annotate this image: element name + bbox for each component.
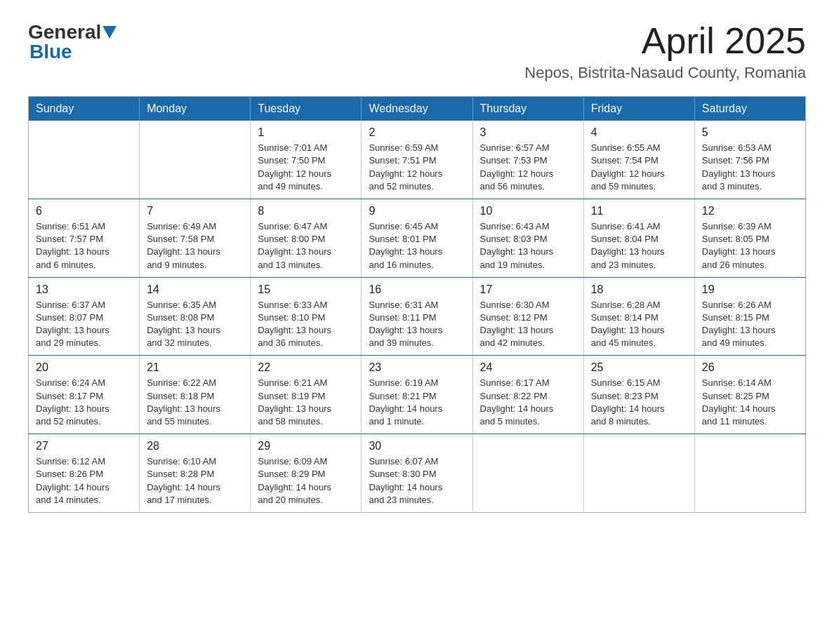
calendar-cell: 9Sunrise: 6:45 AM Sunset: 8:01 PM Daylig… — [362, 199, 472, 277]
day-number: 1 — [258, 126, 354, 139]
weekday-header-row: SundayMondayTuesdayWednesdayThursdayFrid… — [29, 97, 806, 121]
calendar-cell — [583, 434, 694, 513]
logo-blue-text: Blue — [28, 41, 72, 63]
day-number: 13 — [36, 283, 132, 296]
calendar-cell: 21Sunrise: 6:22 AM Sunset: 8:18 PM Dayli… — [140, 356, 251, 434]
day-info: Sunrise: 6:09 AM Sunset: 8:29 PM Dayligh… — [258, 455, 354, 507]
day-info: Sunrise: 6:37 AM Sunset: 8:07 PM Dayligh… — [36, 299, 132, 350]
day-number: 19 — [702, 283, 798, 296]
calendar-cell: 18Sunrise: 6:28 AM Sunset: 8:14 PM Dayli… — [583, 277, 694, 356]
calendar-week-row: 20Sunrise: 6:24 AM Sunset: 8:17 PM Dayli… — [29, 356, 806, 434]
calendar-cell: 29Sunrise: 6:09 AM Sunset: 8:29 PM Dayli… — [251, 434, 362, 513]
day-number: 9 — [369, 205, 465, 217]
day-info: Sunrise: 6:31 AM Sunset: 8:11 PM Dayligh… — [369, 299, 465, 350]
day-info: Sunrise: 6:24 AM Sunset: 8:17 PM Dayligh… — [36, 377, 132, 428]
weekday-header-wednesday: Wednesday — [362, 97, 472, 121]
day-info: Sunrise: 6:35 AM Sunset: 8:08 PM Dayligh… — [147, 299, 243, 350]
day-info: Sunrise: 6:47 AM Sunset: 8:00 PM Dayligh… — [258, 220, 354, 271]
day-info: Sunrise: 6:12 AM Sunset: 8:26 PM Dayligh… — [36, 455, 132, 507]
calendar-cell: 19Sunrise: 6:26 AM Sunset: 8:15 PM Dayli… — [694, 277, 805, 356]
day-number: 7 — [147, 205, 243, 217]
calendar-cell: 7Sunrise: 6:49 AM Sunset: 7:58 PM Daylig… — [140, 199, 251, 277]
day-info: Sunrise: 6:59 AM Sunset: 7:51 PM Dayligh… — [369, 142, 465, 193]
calendar-cell: 26Sunrise: 6:14 AM Sunset: 8:25 PM Dayli… — [694, 356, 805, 434]
day-info: Sunrise: 6:19 AM Sunset: 8:21 PM Dayligh… — [369, 377, 465, 428]
day-info: Sunrise: 6:28 AM Sunset: 8:14 PM Dayligh… — [591, 299, 687, 350]
calendar-cell: 2Sunrise: 6:59 AM Sunset: 7:51 PM Daylig… — [362, 121, 472, 199]
calendar-cell: 17Sunrise: 6:30 AM Sunset: 8:12 PM Dayli… — [472, 277, 583, 356]
weekday-header-monday: Monday — [140, 97, 251, 121]
day-info: Sunrise: 6:10 AM Sunset: 8:28 PM Dayligh… — [147, 455, 243, 507]
day-info: Sunrise: 6:07 AM Sunset: 8:30 PM Dayligh… — [369, 455, 465, 507]
day-info: Sunrise: 6:57 AM Sunset: 7:53 PM Dayligh… — [480, 142, 576, 193]
title-area: April 2025 Nepos, Bistrita-Nasaud County… — [524, 21, 806, 82]
weekday-header-tuesday: Tuesday — [251, 97, 362, 121]
day-number: 14 — [147, 283, 243, 296]
day-number: 30 — [369, 440, 465, 452]
weekday-header-friday: Friday — [583, 97, 694, 121]
day-number: 26 — [702, 361, 798, 374]
calendar-cell: 14Sunrise: 6:35 AM Sunset: 8:08 PM Dayli… — [140, 277, 251, 356]
calendar-cell: 15Sunrise: 6:33 AM Sunset: 8:10 PM Dayli… — [251, 277, 362, 356]
day-number: 18 — [591, 283, 687, 296]
calendar-cell — [29, 121, 140, 199]
day-info: Sunrise: 6:45 AM Sunset: 8:01 PM Dayligh… — [369, 220, 465, 271]
day-number: 25 — [591, 361, 687, 374]
calendar-week-row: 6Sunrise: 6:51 AM Sunset: 7:57 PM Daylig… — [29, 199, 806, 277]
calendar-cell: 23Sunrise: 6:19 AM Sunset: 8:21 PM Dayli… — [362, 356, 472, 434]
calendar-cell: 8Sunrise: 6:47 AM Sunset: 8:00 PM Daylig… — [251, 199, 362, 277]
day-info: Sunrise: 6:17 AM Sunset: 8:22 PM Dayligh… — [480, 377, 576, 428]
day-info: Sunrise: 6:30 AM Sunset: 8:12 PM Dayligh… — [480, 299, 576, 350]
day-info: Sunrise: 6:41 AM Sunset: 8:04 PM Dayligh… — [591, 220, 687, 271]
weekday-header-sunday: Sunday — [29, 97, 140, 121]
day-info: Sunrise: 6:43 AM Sunset: 8:03 PM Dayligh… — [480, 220, 576, 271]
day-number: 4 — [591, 126, 687, 139]
day-info: Sunrise: 6:53 AM Sunset: 7:56 PM Dayligh… — [702, 142, 798, 193]
day-info: Sunrise: 6:14 AM Sunset: 8:25 PM Dayligh… — [702, 377, 798, 428]
page-header: General Blue April 2025 Nepos, Bistrita-… — [28, 21, 806, 82]
day-number: 11 — [591, 205, 687, 217]
month-title: April 2025 — [524, 21, 806, 61]
weekday-header-saturday: Saturday — [694, 97, 805, 121]
day-info: Sunrise: 7:01 AM Sunset: 7:50 PM Dayligh… — [258, 142, 354, 193]
calendar-cell: 20Sunrise: 6:24 AM Sunset: 8:17 PM Dayli… — [29, 356, 140, 434]
calendar-cell — [472, 434, 583, 513]
day-number: 12 — [702, 205, 798, 217]
calendar-cell: 10Sunrise: 6:43 AM Sunset: 8:03 PM Dayli… — [472, 199, 583, 277]
calendar-week-row: 13Sunrise: 6:37 AM Sunset: 8:07 PM Dayli… — [29, 277, 806, 356]
day-number: 2 — [369, 126, 465, 139]
calendar-cell: 4Sunrise: 6:55 AM Sunset: 7:54 PM Daylig… — [583, 121, 694, 199]
calendar-cell: 25Sunrise: 6:15 AM Sunset: 8:23 PM Dayli… — [583, 356, 694, 434]
calendar-cell: 22Sunrise: 6:21 AM Sunset: 8:19 PM Dayli… — [251, 356, 362, 434]
calendar-cell: 1Sunrise: 7:01 AM Sunset: 7:50 PM Daylig… — [251, 121, 362, 199]
day-info: Sunrise: 6:51 AM Sunset: 7:57 PM Dayligh… — [36, 220, 132, 271]
day-number: 16 — [369, 283, 465, 296]
logo: General Blue — [28, 21, 118, 63]
calendar-cell: 30Sunrise: 6:07 AM Sunset: 8:30 PM Dayli… — [362, 434, 472, 513]
calendar-cell: 24Sunrise: 6:17 AM Sunset: 8:22 PM Dayli… — [472, 356, 583, 434]
day-number: 22 — [258, 361, 354, 374]
day-info: Sunrise: 6:49 AM Sunset: 7:58 PM Dayligh… — [147, 220, 243, 271]
day-info: Sunrise: 6:55 AM Sunset: 7:54 PM Dayligh… — [591, 142, 687, 193]
day-number: 20 — [36, 361, 132, 374]
day-number: 21 — [147, 361, 243, 374]
calendar-cell: 6Sunrise: 6:51 AM Sunset: 7:57 PM Daylig… — [29, 199, 140, 277]
weekday-header-thursday: Thursday — [472, 97, 583, 121]
day-number: 3 — [480, 126, 576, 139]
day-number: 15 — [258, 283, 354, 296]
calendar-cell: 28Sunrise: 6:10 AM Sunset: 8:28 PM Dayli… — [140, 434, 251, 513]
day-number: 10 — [480, 205, 576, 217]
calendar-cell: 12Sunrise: 6:39 AM Sunset: 8:05 PM Dayli… — [694, 199, 805, 277]
day-number: 17 — [480, 283, 576, 296]
day-number: 29 — [258, 440, 354, 452]
day-info: Sunrise: 6:22 AM Sunset: 8:18 PM Dayligh… — [147, 377, 243, 428]
day-number: 24 — [480, 361, 576, 374]
calendar-week-row: 1Sunrise: 7:01 AM Sunset: 7:50 PM Daylig… — [29, 121, 806, 199]
day-info: Sunrise: 6:26 AM Sunset: 8:15 PM Dayligh… — [702, 299, 798, 350]
calendar-cell — [140, 121, 251, 199]
logo-triangle-icon — [102, 26, 117, 39]
day-number: 5 — [702, 126, 798, 139]
calendar-cell: 5Sunrise: 6:53 AM Sunset: 7:56 PM Daylig… — [694, 121, 805, 199]
day-info: Sunrise: 6:21 AM Sunset: 8:19 PM Dayligh… — [258, 377, 354, 428]
calendar-cell: 11Sunrise: 6:41 AM Sunset: 8:04 PM Dayli… — [583, 199, 694, 277]
